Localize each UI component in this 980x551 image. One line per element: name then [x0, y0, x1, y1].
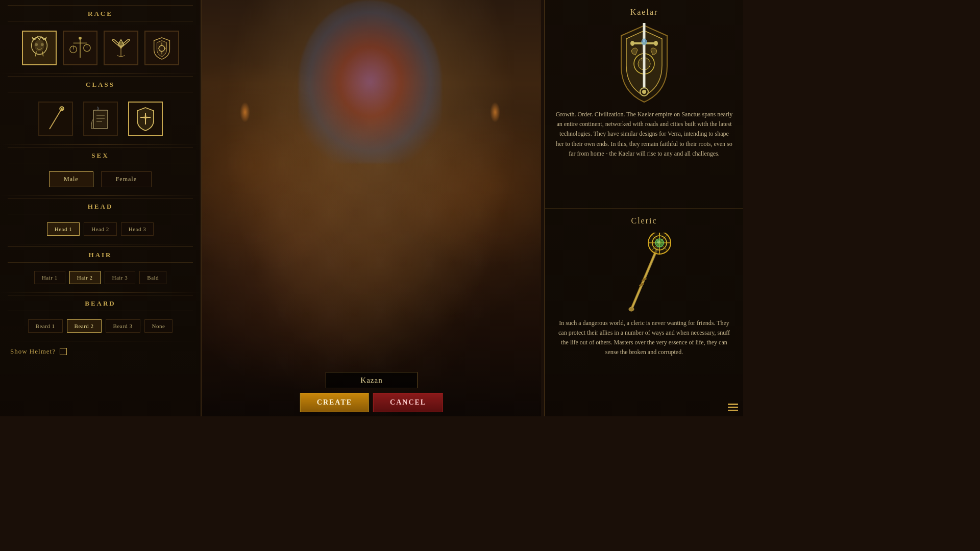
head-option-2[interactable]: Head 2	[84, 222, 116, 236]
divider-head-hair	[0, 244, 201, 244]
beard-option-1[interactable]: Beard 1	[28, 319, 63, 333]
beard-option-2[interactable]: Beard 2	[67, 319, 102, 333]
character-name-plate: Kazan	[326, 372, 418, 388]
helmet-row: Show Helmet?	[0, 343, 201, 362]
head-options-row: Head 1 Head 2 Head 3	[0, 219, 201, 242]
hair-section-header: HAIR	[8, 246, 193, 263]
class-info-description: In such a dangerous world, a cleric is n…	[555, 318, 733, 358]
svg-point-10	[79, 37, 82, 40]
race-info-image	[608, 23, 680, 105]
svg-point-52	[657, 240, 660, 243]
head-option-3[interactable]: Head 3	[121, 222, 154, 236]
race-icons-row	[0, 27, 201, 71]
class-info-section: Cleric	[545, 209, 743, 417]
hair-options-row: Hair 1 Hair 2 Hair 3 Bald	[0, 268, 201, 290]
class-info-title: Cleric	[631, 216, 657, 226]
svg-point-5	[40, 43, 43, 46]
race-icon-1[interactable]	[22, 31, 57, 65]
hair-option-1[interactable]: Hair 1	[34, 271, 65, 284]
head-option-1[interactable]: Head 1	[47, 222, 80, 236]
beard-option-3[interactable]: Beard 3	[106, 319, 140, 333]
sex-female-button[interactable]: Female	[101, 171, 152, 187]
beard-option-none[interactable]: None	[144, 319, 173, 333]
beard-options-row: Beard 1 Beard 2 Beard 3 None	[0, 316, 201, 339]
class-info-image	[608, 232, 680, 313]
svg-rect-22	[94, 111, 107, 128]
divider-beard-helmet	[0, 341, 201, 341]
create-button[interactable]: CREATE	[300, 393, 369, 412]
torch-right	[490, 102, 500, 122]
race-icon-2[interactable]	[63, 31, 97, 65]
right-panel: Kaelar	[544, 0, 743, 416]
class-section-header: CLASS	[8, 76, 193, 92]
left-panel: RACE	[0, 0, 202, 416]
divider-class-sex	[0, 144, 201, 145]
stained-glass-window	[299, 0, 442, 163]
svg-point-12	[119, 42, 122, 45]
svg-line-19	[50, 109, 62, 129]
class-icon-scholar[interactable]	[83, 102, 118, 136]
cancel-button[interactable]: CANCEL	[373, 393, 443, 412]
sex-section-header: SEX	[8, 147, 193, 163]
svg-line-2	[35, 52, 36, 57]
race-info-title: Kaelar	[630, 8, 658, 17]
svg-line-3	[42, 52, 43, 57]
corner-ornament	[728, 404, 738, 411]
hair-option-2[interactable]: Hair 2	[69, 271, 101, 284]
race-icon-3[interactable]	[104, 31, 138, 65]
hair-option-3[interactable]: Hair 3	[105, 271, 136, 284]
svg-point-34	[630, 41, 634, 46]
hair-option-bald[interactable]: Bald	[139, 271, 166, 284]
helmet-checkbox[interactable]	[60, 348, 67, 355]
action-buttons-container: CREATE CANCEL	[300, 393, 443, 412]
character-name: Kazan	[360, 376, 382, 384]
torch-left	[240, 102, 250, 122]
race-section-header: RACE	[8, 5, 193, 21]
class-icon-mage[interactable]	[38, 102, 73, 136]
divider-sex-head	[0, 195, 201, 196]
svg-point-37	[642, 90, 646, 94]
helmet-label: Show Helmet?	[10, 347, 56, 356]
background-scene	[199, 0, 541, 416]
race-info-section: Kaelar	[545, 0, 743, 209]
svg-point-4	[35, 43, 38, 46]
svg-point-55	[629, 307, 634, 311]
class-icons-row	[0, 97, 201, 142]
svg-point-28	[143, 115, 148, 119]
class-icon-cleric[interactable]	[128, 102, 163, 136]
sex-male-button[interactable]: Male	[49, 171, 93, 187]
divider-race-class	[0, 73, 201, 74]
sex-options-row: Male Female	[0, 168, 201, 193]
race-info-description: Growth. Order. Civilization. The Kaelar …	[555, 110, 733, 159]
beard-section-header: BEARD	[8, 295, 193, 311]
race-icon-4[interactable]	[144, 31, 179, 65]
divider-hair-beard	[0, 292, 201, 293]
svg-point-35	[654, 41, 658, 46]
head-section-header: HEAD	[8, 198, 193, 214]
